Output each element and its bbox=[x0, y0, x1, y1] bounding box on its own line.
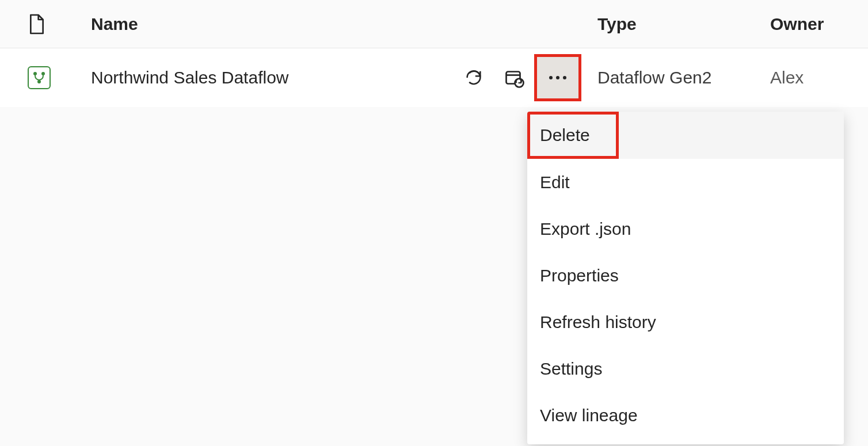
row-name[interactable]: Northwind Sales Dataflow bbox=[91, 68, 289, 87]
row-name-cell: Northwind Sales Dataflow bbox=[91, 68, 454, 87]
header-name[interactable]: Name bbox=[91, 14, 597, 34]
file-icon bbox=[28, 13, 46, 35]
svg-point-6 bbox=[556, 76, 559, 79]
menu-item-refresh-history[interactable]: Refresh history bbox=[527, 299, 844, 345]
context-menu: Delete Edit Export .json Properties Refr… bbox=[527, 112, 844, 444]
table-row[interactable]: Northwind Sales Dataflow bbox=[0, 48, 868, 107]
menu-delete-rest[interactable] bbox=[619, 112, 844, 159]
row-owner: Alex bbox=[770, 68, 868, 87]
svg-point-0 bbox=[33, 72, 37, 75]
header-type[interactable]: Type bbox=[597, 14, 770, 34]
menu-item-properties[interactable]: Properties bbox=[527, 252, 844, 299]
svg-point-5 bbox=[549, 76, 553, 79]
row-type: Dataflow Gen2 bbox=[597, 68, 770, 87]
menu-item-settings[interactable]: Settings bbox=[527, 345, 844, 392]
menu-item-delete[interactable]: Delete bbox=[527, 112, 619, 159]
row-icon-cell bbox=[28, 66, 91, 89]
header-owner[interactable]: Owner bbox=[770, 14, 868, 34]
header-icon-cell bbox=[28, 13, 91, 35]
more-options-button[interactable] bbox=[534, 54, 581, 101]
menu-item-export[interactable]: Export .json bbox=[527, 205, 844, 252]
menu-row-delete: Delete bbox=[527, 112, 844, 159]
svg-point-7 bbox=[563, 76, 566, 79]
menu-item-view-lineage[interactable]: View lineage bbox=[527, 392, 844, 439]
schedule-refresh-button[interactable] bbox=[494, 58, 534, 98]
dataflow-icon bbox=[28, 66, 51, 89]
more-icon bbox=[547, 75, 569, 81]
svg-point-2 bbox=[37, 80, 41, 83]
table-header: Name Type Owner bbox=[0, 0, 868, 48]
refresh-button[interactable] bbox=[454, 58, 494, 98]
row-actions bbox=[454, 54, 581, 101]
svg-point-1 bbox=[41, 72, 45, 75]
schedule-refresh-icon bbox=[504, 67, 524, 88]
menu-item-edit[interactable]: Edit bbox=[527, 159, 844, 205]
refresh-icon bbox=[464, 68, 484, 87]
items-table: Name Type Owner Northwind Sales Dataflow bbox=[0, 0, 868, 107]
